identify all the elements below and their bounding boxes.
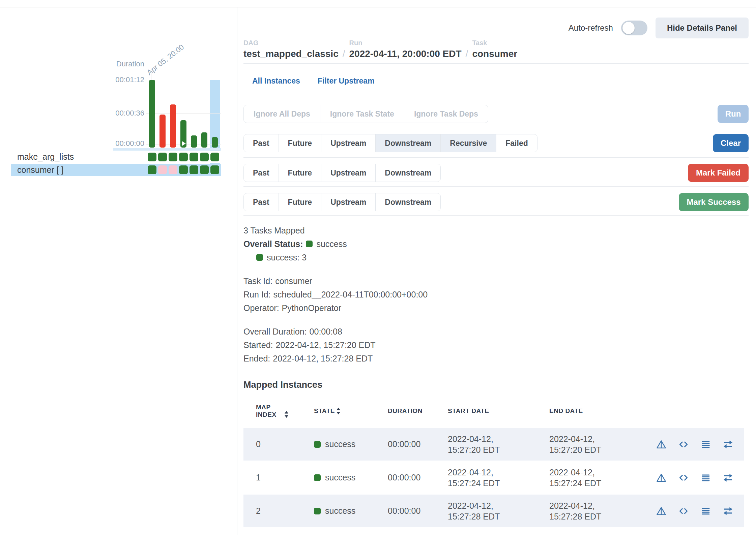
header-state[interactable]: STATE (314, 407, 388, 415)
breadcrumb-separator: / (462, 39, 472, 60)
failed-option-past[interactable]: Past (243, 164, 279, 182)
success-option-upstream[interactable]: Upstream (321, 193, 376, 211)
mark-success-button[interactable]: Mark Success (679, 193, 749, 211)
dag-run-duration-bar[interactable] (159, 115, 166, 148)
ignore-task-state-button[interactable]: Ignore Task State (320, 105, 404, 123)
header-duration: DURATION (388, 407, 448, 415)
task-instance-square[interactable] (158, 153, 167, 161)
dag-value[interactable]: test_mapped_classic (243, 48, 339, 60)
dag-run-duration-bar[interactable] (191, 135, 197, 148)
clear-option-upstream[interactable]: Upstream (321, 134, 376, 152)
details-icon[interactable] (656, 472, 667, 483)
axis-highlight-band (113, 148, 221, 151)
mark-failed-button[interactable]: Mark Failed (688, 164, 749, 182)
task-id-line: Task Id:consumer (243, 276, 749, 286)
y-tick-label: 00:00:36 (107, 109, 144, 118)
table-header-row: MAP INDEX STATE DURATION START DATE END … (243, 396, 744, 427)
dag-run-duration-bar[interactable] (201, 132, 207, 148)
mapped-instance-row[interactable]: 0success00:00:002022-04-12, 15:27:20 EDT… (243, 428, 744, 461)
manual-run-icon (182, 141, 186, 146)
transfer-icon[interactable] (723, 472, 733, 483)
mark-failed-options-row: Past Future Upstream Downstream Mark Fai… (243, 164, 749, 182)
mark-success-options-row: Past Future Upstream Downstream Mark Suc… (243, 193, 749, 211)
row-actions (656, 439, 744, 450)
details-panel: DAG test_mapped_classic / Run 2022-04-11… (243, 0, 749, 527)
sort-icon (336, 408, 341, 414)
failed-option-future[interactable]: Future (279, 164, 322, 182)
task-instance-square[interactable] (158, 165, 167, 174)
dependency-button-group: Ignore All Deps Ignore Task State Ignore… (243, 105, 749, 123)
details-icon[interactable] (656, 506, 667, 516)
overall-duration-line: Overall Duration:00:00:08 (243, 326, 749, 337)
task-instance-square[interactable] (179, 153, 188, 161)
start-date-cell: 2022-04-12, 15:27:24 EDT (448, 467, 549, 489)
failed-option-downstream[interactable]: Downstream (375, 164, 441, 182)
task-name-label[interactable]: consumer [ ] (11, 165, 64, 175)
dag-run-duration-bar[interactable] (149, 80, 155, 148)
section-divider (243, 63, 749, 64)
clear-button[interactable]: Clear (713, 134, 749, 152)
breadcrumb-task: Task consumer (472, 39, 517, 60)
state-cell: success (314, 439, 388, 449)
run-value[interactable]: 2022-04-11, 20:00:00 EDT (349, 48, 462, 60)
log-icon[interactable] (700, 506, 711, 516)
gridline (146, 113, 221, 114)
task-instance-square[interactable] (148, 165, 156, 174)
task-value[interactable]: consumer (472, 48, 517, 60)
task-name-label[interactable]: make_arg_lists (11, 152, 74, 162)
task-instance-square[interactable] (169, 153, 177, 161)
header-map-index[interactable]: MAP INDEX (243, 404, 314, 418)
code-icon[interactable] (678, 439, 689, 450)
dag-run-duration-bar[interactable] (180, 120, 186, 148)
task-instance-square[interactable] (179, 165, 188, 174)
ignore-all-deps-button[interactable]: Ignore All Deps (243, 105, 320, 123)
tab-filter-upstream[interactable]: Filter Upstream (318, 76, 375, 86)
task-instance-square[interactable] (210, 165, 219, 174)
map-index-cell: 2 (243, 506, 314, 516)
overall-status-line: Overall Status: success (243, 239, 749, 249)
dag-run-duration-bar[interactable] (212, 137, 218, 148)
log-icon[interactable] (700, 439, 711, 450)
clear-option-past[interactable]: Past (243, 134, 279, 152)
header-end-date: END DATE (549, 406, 656, 416)
ignore-task-deps-button[interactable]: Ignore Task Deps (404, 105, 488, 123)
ended-line: Ended:2022-04-12, 15:27:28 EDT (243, 353, 749, 364)
task-row-consumer[interactable]: consumer [ ] (11, 164, 221, 176)
details-icon[interactable] (656, 439, 667, 450)
log-icon[interactable] (700, 472, 711, 483)
dag-run-duration-bar[interactable] (170, 104, 176, 148)
end-date-cell: 2022-04-12, 15:27:28 EDT (549, 500, 656, 522)
duration-axis-label: Duration (114, 60, 144, 68)
header-start-date: START DATE (448, 406, 549, 416)
transfer-icon[interactable] (723, 506, 733, 516)
overall-status-label: Overall Status: (243, 239, 303, 249)
dependency-options-row: Ignore All Deps Ignore Task State Ignore… (243, 105, 749, 123)
clear-options-row: Past Future Upstream Downstream Recursiv… (243, 134, 749, 152)
code-icon[interactable] (678, 472, 689, 483)
success-option-downstream[interactable]: Downstream (375, 193, 441, 211)
task-instance-square[interactable] (200, 165, 209, 174)
y-tick-label: 00:01:12 (107, 75, 144, 84)
task-instance-square[interactable] (210, 153, 219, 161)
clear-option-downstream[interactable]: Downstream (375, 134, 441, 152)
task-instance-square[interactable] (200, 153, 209, 161)
task-instance-square[interactable] (169, 165, 177, 174)
clear-option-future[interactable]: Future (279, 134, 322, 152)
code-icon[interactable] (678, 506, 689, 516)
mapped-instance-row[interactable]: 1success00:00:002022-04-12, 15:27:24 EDT… (243, 461, 744, 494)
success-option-future[interactable]: Future (279, 193, 322, 211)
task-row-make-arg-lists[interactable]: make_arg_lists (11, 151, 221, 163)
task-instance-square[interactable] (148, 153, 156, 161)
success-option-past[interactable]: Past (243, 193, 279, 211)
task-instance-square[interactable] (190, 153, 198, 161)
run-button[interactable]: Run (718, 105, 749, 123)
sort-icon (284, 411, 289, 418)
mapped-instance-row[interactable]: 2success00:00:002022-04-12, 15:27:28 EDT… (243, 495, 744, 527)
transfer-icon[interactable] (723, 439, 733, 450)
clear-option-failed[interactable]: Failed (496, 134, 537, 152)
clear-option-recursive[interactable]: Recursive (440, 134, 496, 152)
task-instance-square[interactable] (190, 165, 198, 174)
failed-option-upstream[interactable]: Upstream (321, 164, 376, 182)
section-divider (243, 186, 749, 187)
tab-all-instances[interactable]: All Instances (252, 76, 300, 86)
